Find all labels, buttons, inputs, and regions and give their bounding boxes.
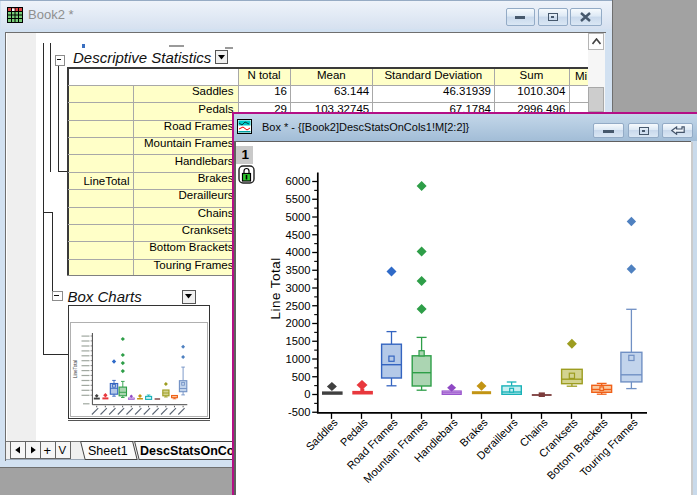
svg-text:4000: 4000: [286, 246, 311, 258]
svg-text:6000: 6000: [286, 175, 311, 187]
svg-text:2000: 2000: [286, 317, 311, 329]
svg-text:4500: 4500: [286, 229, 311, 241]
svg-text:3500: 3500: [286, 264, 311, 276]
svg-text:2500: 2500: [286, 300, 311, 312]
svg-text:500: 500: [292, 371, 311, 383]
svg-text:Saddles: Saddles: [303, 416, 340, 453]
svg-text:1000: 1000: [286, 353, 311, 365]
svg-text:5500: 5500: [286, 193, 311, 205]
svg-text:0: 0: [304, 388, 310, 400]
svg-text:-500: -500: [288, 406, 310, 418]
svg-text:1500: 1500: [286, 335, 311, 347]
svg-text:Line Total: Line Total: [268, 257, 283, 319]
svg-text:5000: 5000: [286, 211, 311, 223]
svg-text:3000: 3000: [286, 282, 311, 294]
